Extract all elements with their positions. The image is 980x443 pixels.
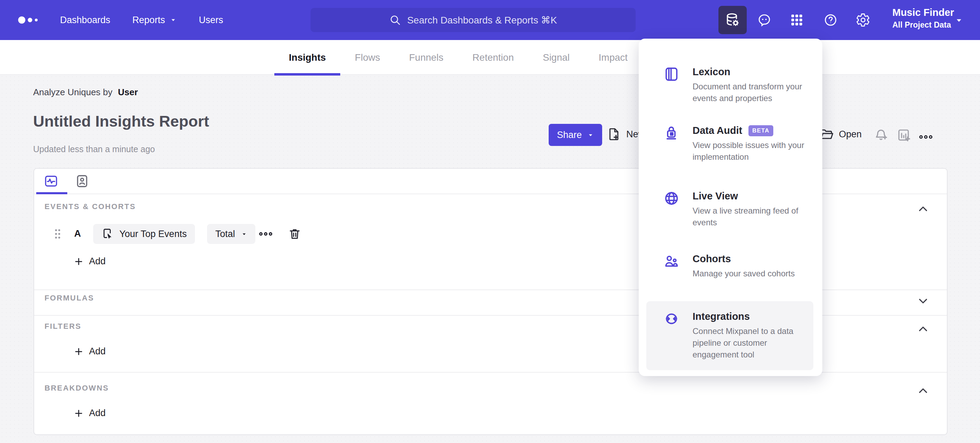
- nav-reports[interactable]: Reports: [132, 15, 177, 25]
- data-audit-lock-icon: [663, 125, 679, 141]
- main-nav: Dashboards Reports Users: [60, 15, 223, 25]
- lexicon-book-icon: [663, 66, 679, 82]
- nav-reports-label: Reports: [132, 15, 165, 25]
- beta-badge: BETA: [748, 125, 773, 136]
- more-options-icon[interactable]: [919, 130, 933, 144]
- menu-item-description: Connect Mixpanel to a data pipeline or c…: [692, 326, 805, 360]
- add-event-button[interactable]: Add: [73, 256, 106, 267]
- cohorts-people-icon: [663, 253, 679, 269]
- menu-item-integrations[interactable]: Integrations Connect Mixpanel to a data …: [646, 301, 813, 370]
- tab-funnels-label: Funnels: [409, 52, 444, 63]
- chevron-down-icon: [170, 17, 177, 24]
- menu-item-title: Live View: [692, 191, 805, 202]
- menu-item-data-audit[interactable]: Data Audit BETA View possible issues wit…: [646, 115, 813, 173]
- menu-item-description: Document and transform your events and p…: [692, 81, 805, 104]
- share-label: Share: [557, 130, 582, 140]
- menu-item-title: Cohorts: [692, 253, 795, 265]
- event-selector[interactable]: Your Top Events: [93, 224, 195, 244]
- tab-impact[interactable]: Impact: [584, 40, 642, 75]
- section-label-breakdowns: BREAKDOWNS: [45, 384, 109, 393]
- data-management-dropdown: Lexicon Document and transform your even…: [639, 39, 822, 376]
- event-card-cursor-icon: [102, 228, 114, 240]
- tab-retention[interactable]: Retention: [458, 40, 528, 75]
- data-management-button[interactable]: [718, 6, 747, 34]
- plus-icon: [73, 408, 84, 419]
- search-input[interactable]: Search Dashboards & Reports ⌘K: [310, 8, 636, 32]
- analyze-line: Analyze Uniques byUser: [33, 87, 138, 98]
- open-label: Open: [839, 129, 862, 140]
- tab-signal[interactable]: Signal: [528, 40, 584, 75]
- search-icon: [389, 14, 401, 26]
- plus-icon: [73, 256, 84, 267]
- add-filter-button[interactable]: Add: [73, 346, 106, 357]
- add-event-label: Add: [89, 256, 106, 267]
- top-header: Dashboards Reports Users Search Dashboar…: [0, 0, 980, 40]
- add-alert-bell-icon[interactable]: [874, 128, 888, 142]
- add-breakdown-button[interactable]: Add: [73, 408, 106, 419]
- mixpanel-logo-icon[interactable]: [18, 15, 42, 25]
- delete-event-trash-icon[interactable]: [288, 227, 301, 240]
- metric-selector-label: Total: [215, 229, 235, 240]
- chevron-down-icon: [241, 231, 247, 237]
- collapse-filters-chevron-up-icon[interactable]: [917, 323, 929, 335]
- chevron-down-icon: [955, 16, 963, 25]
- plus-icon: [73, 346, 84, 357]
- nav-users[interactable]: Users: [199, 15, 223, 25]
- nav-users-label: Users: [199, 15, 223, 25]
- tab-flows[interactable]: Flows: [340, 40, 395, 75]
- drag-handle-icon[interactable]: [54, 228, 61, 240]
- menu-item-cohorts[interactable]: Cohorts Manage your saved cohorts: [646, 244, 813, 289]
- user-profiles-tab-icon[interactable]: [75, 174, 89, 188]
- nav-dashboards[interactable]: Dashboards: [60, 15, 110, 25]
- events-metrics-tab-icon[interactable]: [44, 174, 58, 188]
- nav-dashboards-label: Dashboards: [60, 15, 110, 25]
- tab-funnels[interactable]: Funnels: [395, 40, 458, 75]
- menu-item-description: View possible issues with your implement…: [692, 140, 805, 163]
- menu-item-description: Manage your saved cohorts: [692, 268, 795, 279]
- new-document-icon: [607, 127, 621, 141]
- analyze-value-dropdown[interactable]: User: [118, 87, 138, 97]
- project-scope: All Project Data: [892, 21, 954, 30]
- mixpanel-insights-page: { "colors": { "header_bg": "#4c43d6", "a…: [0, 0, 980, 443]
- help-icon[interactable]: [823, 13, 838, 27]
- feedback-icon[interactable]: [757, 13, 772, 27]
- collapse-breakdowns-chevron-up-icon[interactable]: [917, 385, 929, 397]
- add-breakdown-label: Add: [89, 408, 106, 419]
- event-row-more-icon[interactable]: [258, 230, 273, 238]
- menu-item-live-view[interactable]: Live View View a live streaming feed of …: [646, 181, 813, 238]
- project-switcher[interactable]: Music Finder All Project Data: [892, 7, 954, 30]
- section-label-formulas: FORMULAS: [45, 294, 94, 303]
- expand-formulas-chevron-down-icon[interactable]: [917, 295, 929, 307]
- section-label-filters: FILTERS: [45, 322, 81, 331]
- menu-item-title: Data Audit: [692, 125, 742, 136]
- tab-signal-label: Signal: [543, 52, 570, 63]
- open-report-button[interactable]: Open: [819, 127, 862, 141]
- menu-item-title: Lexicon: [692, 66, 805, 78]
- apps-grid-icon[interactable]: [789, 13, 804, 27]
- tab-impact-label: Impact: [599, 52, 628, 63]
- updated-timestamp: Updated less than a minute ago: [33, 144, 155, 154]
- metric-selector[interactable]: Total: [207, 224, 255, 244]
- live-view-globe-icon: [663, 191, 679, 206]
- collapse-events-chevron-up-icon[interactable]: [917, 203, 929, 215]
- tab-insights[interactable]: Insights: [274, 40, 340, 75]
- report-title[interactable]: Untitled Insights Report: [33, 113, 209, 130]
- add-chart-icon[interactable]: [896, 128, 911, 142]
- share-button[interactable]: Share: [549, 124, 602, 146]
- tab-retention-label: Retention: [473, 52, 514, 63]
- project-name: Music Finder: [892, 7, 954, 18]
- chevron-down-icon: [587, 132, 594, 138]
- add-filter-label: Add: [89, 346, 106, 357]
- section-label-events: EVENTS & COHORTS: [45, 202, 136, 211]
- tab-insights-label: Insights: [289, 52, 326, 63]
- settings-gear-icon[interactable]: [856, 13, 870, 27]
- menu-item-description: View a live streaming feed of events: [692, 205, 805, 229]
- event-selector-label: Your Top Events: [119, 229, 187, 240]
- analyze-prefix: Analyze Uniques by: [33, 87, 113, 97]
- search-placeholder: Search Dashboards & Reports ⌘K: [407, 14, 557, 26]
- integrations-sync-icon: [663, 311, 679, 327]
- active-tab-underline: [36, 192, 67, 194]
- menu-item-lexicon[interactable]: Lexicon Document and transform your even…: [646, 57, 813, 114]
- database-gear-icon: [725, 12, 741, 28]
- report-type-tabbar: Insights Flows Funnels Retention Signal …: [0, 40, 980, 75]
